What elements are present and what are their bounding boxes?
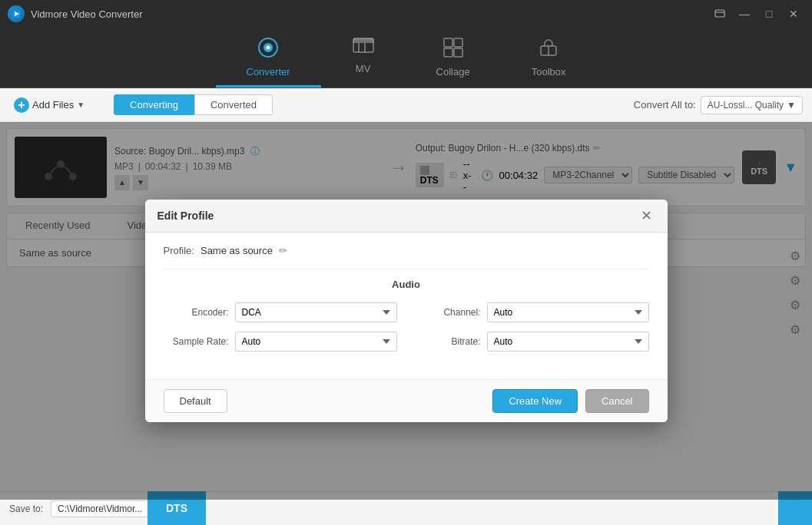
cancel-button[interactable]: Cancel — [585, 389, 648, 413]
create-new-button[interactable]: Create New — [492, 389, 578, 413]
dialog-footer: Default Create New Cancel — [145, 379, 668, 422]
channel-row: Channel: Auto Mono Stereo 5.1 — [416, 302, 649, 322]
nav-tab-toolbox[interactable]: Toolbox — [501, 31, 597, 88]
nav-tab-collage-label: Collage — [436, 66, 470, 78]
dialog-header: Edit Profile ✕ — [145, 200, 668, 233]
save-to-label: Save to: — [9, 504, 43, 514]
converting-tab[interactable]: Converting — [114, 94, 194, 115]
minimize-button[interactable]: — — [734, 5, 755, 23]
add-files-dropdown-icon: ▼ — [77, 101, 85, 109]
format-select-label: AU-Lossl... Quality — [708, 100, 784, 111]
add-files-button[interactable]: + Add Files ▼ — [9, 94, 89, 116]
bitrate-select[interactable]: Auto 128k 192k 256k 320k — [487, 332, 649, 352]
app-logo — [8, 5, 25, 22]
title-bar: Vidmore Video Converter — □ ✕ — [0, 0, 812, 28]
message-button[interactable] — [709, 5, 731, 23]
encoder-label: Encoder: — [164, 307, 229, 318]
toolbox-icon — [538, 37, 559, 63]
nav-tab-toolbox-label: Toolbox — [532, 66, 566, 78]
format-select-button[interactable]: AU-Lossl... Quality ▼ — [701, 96, 803, 114]
convert-tab-group: Converting Converted — [114, 94, 625, 115]
encoder-row: Encoder: DCA AAC MP3 FLAC — [164, 302, 397, 322]
channel-select-dialog[interactable]: Auto Mono Stereo 5.1 — [487, 302, 649, 322]
svg-point-6 — [267, 46, 270, 50]
convert-all-section: Convert All to: AU-Lossl... Quality ▼ — [634, 96, 803, 114]
sample-rate-row: Sample Rate: Auto 22050 44100 48000 — [164, 332, 397, 352]
svg-rect-2 — [715, 10, 724, 17]
nav-tab-mv[interactable]: MV — [321, 31, 406, 88]
bitrate-row: Bitrate: Auto 128k 192k 256k 320k — [416, 332, 649, 352]
title-bar-controls: — □ ✕ — [709, 5, 804, 23]
default-button[interactable]: Default — [164, 389, 227, 413]
nav-tab-collage[interactable]: Collage — [406, 31, 501, 88]
dts-bottom-label: DTS — [166, 502, 187, 514]
toolbar: + Add Files ▼ Converting Converted Conve… — [0, 88, 812, 122]
nav-tab-converter-label: Converter — [247, 66, 290, 78]
converter-icon — [257, 37, 279, 63]
add-files-label: Add Files — [32, 99, 74, 111]
app-title: Vidmore Video Converter — [31, 8, 143, 20]
svg-rect-12 — [454, 38, 462, 47]
close-button[interactable]: ✕ — [783, 5, 804, 23]
form-grid: Encoder: DCA AAC MP3 FLAC Channel: Auto — [164, 302, 649, 352]
format-dropdown-icon: ▼ — [787, 100, 796, 111]
profile-value: Same as source — [201, 245, 273, 256]
edit-profile-dialog: Edit Profile ✕ Profile: Same as source ✏… — [145, 200, 668, 422]
convert-all-label: Convert All to: — [634, 99, 696, 111]
profile-label: Profile: — [164, 245, 194, 256]
profile-row: Profile: Same as source ✏ — [164, 245, 649, 256]
nav-tab-mv-label: MV — [356, 63, 371, 74]
collage-icon — [442, 37, 464, 63]
mv-icon — [353, 37, 374, 60]
maximize-button[interactable]: □ — [758, 5, 780, 23]
dialog-title: Edit Profile — [157, 210, 214, 222]
add-icon: + — [14, 97, 29, 113]
main-content: Source: Bugoy Dril... kbps).mp3 ⓘ MP3 | … — [0, 122, 812, 500]
modal-overlay: Edit Profile ✕ Profile: Same as source ✏… — [0, 122, 812, 500]
svg-rect-14 — [454, 48, 462, 57]
svg-rect-13 — [444, 48, 452, 57]
sample-rate-select[interactable]: Auto 22050 44100 48000 — [235, 332, 397, 352]
audio-section-title: Audio — [164, 269, 649, 290]
dialog-close-button[interactable]: ✕ — [638, 207, 655, 224]
dialog-body: Profile: Same as source ✏ Audio Encoder:… — [145, 233, 668, 379]
svg-rect-8 — [353, 38, 373, 43]
title-bar-left: Vidmore Video Converter — [8, 5, 143, 22]
nav-bar: Converter MV Collage — [0, 28, 812, 88]
svg-rect-11 — [444, 38, 452, 47]
save-path: C:\Vidmore\Vidmor... — [51, 500, 158, 517]
profile-edit-button[interactable]: ✏ — [279, 245, 287, 256]
bitrate-label: Bitrate: — [416, 336, 481, 347]
converted-tab[interactable]: Converted — [194, 94, 273, 115]
nav-tab-converter[interactable]: Converter — [216, 31, 321, 88]
sample-rate-label: Sample Rate: — [164, 336, 229, 347]
channel-label: Channel: — [416, 307, 481, 318]
encoder-select[interactable]: DCA AAC MP3 FLAC — [235, 302, 397, 322]
